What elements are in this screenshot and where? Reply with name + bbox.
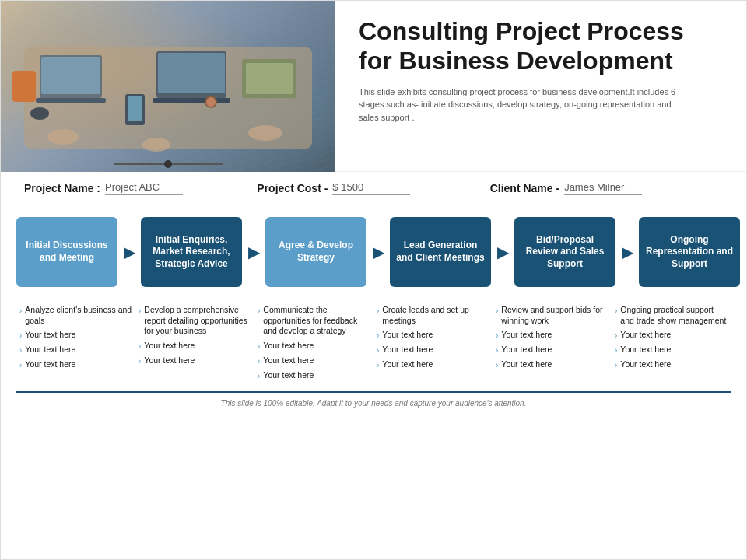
chevron-icon: › <box>615 345 617 355</box>
bullet-text: Your text here <box>25 330 75 341</box>
project-name-label: Project Name : <box>24 182 100 194</box>
chevron-icon: › <box>377 345 379 355</box>
arrow-2: ▶ <box>366 243 390 261</box>
chevron-icon: › <box>139 306 141 316</box>
bullet-item: ›Your text here <box>258 341 370 352</box>
bullet-text: Your text here <box>25 345 75 355</box>
bullets-section: ›Analyze client's business and goals›You… <box>1 305 746 393</box>
project-cost-item: Project Cost - $ 1500 <box>257 181 489 195</box>
bullet-item: ›Create leads and set up meetings <box>377 305 489 326</box>
bullet-text: Your text here <box>263 355 314 366</box>
chevron-icon: › <box>377 306 379 316</box>
bullet-item: ›Your text here <box>496 359 608 370</box>
bullet-item: ›Your text here <box>496 330 608 341</box>
bullet-item: ›Your text here <box>258 355 370 366</box>
process-box-4: Bid/Proposal Review and Sales Support <box>514 217 615 287</box>
chevron-icon: › <box>496 360 498 370</box>
bullet-text: Your text here <box>144 355 195 366</box>
chevron-icon: › <box>19 345 22 355</box>
bullet-text: Review and support bids for winning work <box>501 305 608 326</box>
bullet-item: ›Your text here <box>496 345 608 355</box>
bullet-item: ›Your text here <box>615 345 728 355</box>
chevron-icon: › <box>19 306 22 316</box>
bullet-col-5: ›Ongoing practical support and trade sho… <box>612 305 731 393</box>
bullet-text: Analyze client's business and goals <box>25 305 132 326</box>
arrow-4: ▶ <box>615 243 639 261</box>
chevron-icon: › <box>258 341 260 352</box>
project-client-label: Client Name - <box>490 182 559 194</box>
chevron-icon: › <box>258 371 260 381</box>
bullet-text: Your text here <box>501 345 552 355</box>
svg-rect-17 <box>12 71 36 102</box>
process-boxes: Initial Discussions and Meeting▶Initial … <box>16 217 731 287</box>
chevron-icon: › <box>496 331 498 341</box>
svg-rect-6 <box>153 98 230 103</box>
bullet-item: ›Your text here <box>615 359 728 370</box>
svg-rect-8 <box>246 63 293 94</box>
bullet-item: ›Review and support bids for winning wor… <box>496 305 608 326</box>
bullet-item: ›Your text here <box>377 330 489 341</box>
bullet-item: ›Your text here <box>19 345 132 355</box>
bullet-text: Your text here <box>620 359 671 370</box>
bullet-item: ›Your text here <box>139 341 251 352</box>
bullet-text: Your text here <box>501 359 552 370</box>
bullet-item: ›Your text here <box>377 345 489 355</box>
process-section: Initial Discussions and Meeting▶Initial … <box>1 205 746 305</box>
arrow-0: ▶ <box>117 243 141 261</box>
bullet-text: Your text here <box>620 330 671 341</box>
bullet-text: Your text here <box>382 330 433 341</box>
project-cost-label: Project Cost - <box>257 182 328 194</box>
project-name-item: Project Name : Project ABC <box>24 181 257 195</box>
chevron-icon: › <box>258 356 260 366</box>
project-info-row: Project Name : Project ABC Project Cost … <box>1 172 746 205</box>
bullet-item: ›Your text here <box>377 359 489 370</box>
arrow-3: ▶ <box>491 243 514 261</box>
svg-rect-3 <box>36 98 106 103</box>
bullet-text: Your text here <box>144 341 195 352</box>
svg-rect-2 <box>41 57 100 94</box>
slide: Consulting Project Process for Business … <box>0 0 747 560</box>
bullet-text: Your text here <box>382 359 433 370</box>
chevron-icon: › <box>496 306 498 316</box>
arrow-1: ▶ <box>242 243 265 261</box>
chevron-icon: › <box>377 331 379 341</box>
title-section: Consulting Project Process for Business … <box>335 1 746 171</box>
chevron-icon: › <box>377 360 379 370</box>
svg-point-9 <box>47 129 79 145</box>
bullet-item: ›Your text here <box>615 330 728 341</box>
project-client-value: James Milner <box>564 181 642 195</box>
bullet-text: Your text here <box>501 330 552 341</box>
bullet-item: ›Your text here <box>258 370 370 381</box>
bullet-text: Your text here <box>25 359 75 370</box>
process-box-0: Initial Discussions and Meeting <box>16 217 117 287</box>
process-box-5: Ongoing Representation and Support <box>639 217 740 287</box>
process-box-3: Lead Generation and Client Meetings <box>390 217 491 287</box>
chevron-icon: › <box>615 306 617 316</box>
bullet-text: Your text here <box>263 370 314 381</box>
bullet-item: ›Your text here <box>139 355 251 366</box>
svg-point-16 <box>30 107 49 120</box>
bullet-text: Develop a comprehensive report detailing… <box>144 305 251 337</box>
bullet-col-4: ›Review and support bids for winning wor… <box>493 305 612 393</box>
bullet-text: Ongoing practical support and trade show… <box>620 305 728 326</box>
chevron-icon: › <box>496 345 498 355</box>
bullet-text: Communicate the opportunities for feedba… <box>263 305 370 337</box>
chevron-icon: › <box>139 341 141 352</box>
bullet-col-2: ›Communicate the opportunities for feedb… <box>254 305 374 393</box>
bullet-item: ›Communicate the opportunities for feedb… <box>258 305 370 337</box>
bullet-text: Your text here <box>382 345 433 355</box>
bullet-item: ›Develop a comprehensive report detailin… <box>139 305 251 337</box>
bullet-text: Create leads and set up meetings <box>382 305 489 326</box>
bullet-item: ›Your text here <box>19 330 132 341</box>
main-title: Consulting Project Process for Business … <box>359 16 723 76</box>
project-cost-value: $ 1500 <box>332 181 410 195</box>
bullet-item: ›Ongoing practical support and trade sho… <box>615 305 728 326</box>
process-box-1: Initial Enquiries, Market Research, Stra… <box>141 217 242 287</box>
svg-rect-13 <box>128 96 142 121</box>
footer-note: This slide is 100% editable. Adapt it to… <box>1 393 746 411</box>
bullet-text: Your text here <box>263 341 314 352</box>
bullet-text: Your text here <box>620 345 671 355</box>
bullet-col-0: ›Analyze client's business and goals›You… <box>16 305 135 393</box>
project-client-item: Client Name - James Milner <box>490 181 723 195</box>
chevron-icon: › <box>19 360 22 370</box>
